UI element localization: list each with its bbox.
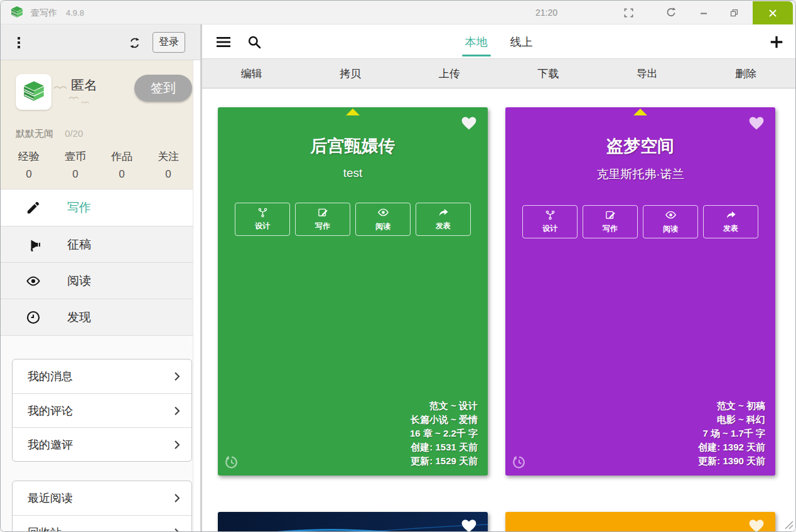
restore-icon bbox=[729, 8, 739, 18]
list-item-my-comments[interactable]: 我的评论 bbox=[13, 393, 191, 427]
sidebar-item-discover[interactable]: 发现 bbox=[1, 299, 193, 335]
design-button[interactable]: 设计 bbox=[235, 203, 290, 236]
bird-watermark-icon bbox=[68, 95, 79, 99]
tab-online[interactable]: 线上 bbox=[510, 24, 533, 59]
share-arrow-icon bbox=[438, 207, 449, 218]
publish-button[interactable]: 发表 bbox=[416, 203, 471, 236]
app-version: 4.9.8 bbox=[66, 8, 84, 18]
sidebar-topbar: 登录 bbox=[1, 24, 200, 60]
app-logo-icon bbox=[9, 5, 24, 20]
chevron-right-icon bbox=[174, 493, 180, 503]
list-item-my-messages[interactable]: 我的消息 bbox=[13, 359, 191, 393]
delete-button[interactable]: 删除 bbox=[697, 59, 796, 88]
sidebar-item-label: 征稿 bbox=[67, 237, 91, 253]
avatar-logo-icon bbox=[21, 79, 47, 105]
project-card-navy[interactable] bbox=[218, 512, 488, 532]
read-button[interactable]: 阅读 bbox=[643, 205, 698, 238]
card-title: 后宫甄嬛传 bbox=[218, 135, 488, 157]
stat-coin: 壹币 0 bbox=[52, 149, 99, 181]
close-button[interactable] bbox=[753, 1, 793, 24]
stat-experience: 经验 0 bbox=[6, 149, 52, 181]
write-button[interactable]: 写作 bbox=[583, 205, 638, 238]
close-icon bbox=[768, 9, 777, 18]
eye-icon bbox=[26, 274, 41, 289]
favorite-heart-icon[interactable] bbox=[748, 517, 766, 532]
fullscreen-button[interactable] bbox=[616, 1, 641, 24]
add-project-button[interactable] bbox=[769, 34, 787, 50]
clock-icon bbox=[26, 310, 41, 325]
upload-button[interactable]: 上传 bbox=[400, 59, 499, 88]
project-card-orange[interactable] bbox=[505, 512, 775, 532]
sort-triangle-icon bbox=[346, 109, 360, 115]
export-button[interactable]: 导出 bbox=[598, 59, 697, 88]
bird-watermark-icon bbox=[53, 84, 67, 89]
sidebar-item-label: 阅读 bbox=[67, 273, 91, 289]
reload-icon bbox=[665, 7, 677, 18]
card-grid: 后宫甄嬛传 test 设计 bbox=[202, 88, 795, 532]
tab-local[interactable]: 本地 bbox=[465, 24, 488, 59]
download-button[interactable]: 下载 bbox=[499, 59, 598, 88]
write-button[interactable]: 写作 bbox=[295, 203, 350, 236]
action-toolbar: 编辑 拷贝 上传 下载 导出 删除 bbox=[202, 59, 795, 88]
project-card-zhenhuan[interactable]: 后宫甄嬛传 test 设计 bbox=[218, 107, 488, 476]
recent-group: 最近阅读 回收站 bbox=[12, 481, 192, 532]
tab-bar: 本地 线上 bbox=[465, 24, 533, 59]
card-subtitle: 克里斯托弗·诺兰 bbox=[505, 166, 775, 183]
list-item-recycle-bin[interactable]: 回收站 bbox=[13, 515, 191, 532]
app-title: 壹写作 bbox=[31, 8, 57, 19]
restore-button[interactable] bbox=[721, 1, 746, 24]
favorite-heart-icon[interactable] bbox=[748, 114, 766, 131]
card-actions: 设计 写作 bbox=[505, 205, 775, 238]
sync-icon bbox=[129, 37, 141, 49]
history-button[interactable] bbox=[512, 454, 528, 471]
favorite-heart-icon[interactable] bbox=[460, 114, 479, 131]
read-button[interactable]: 阅读 bbox=[355, 203, 411, 236]
stat-follow: 关注 0 bbox=[145, 149, 191, 181]
rank-row: 默默无闻 0/20 bbox=[16, 128, 83, 140]
search-button[interactable] bbox=[247, 35, 264, 50]
share-arrow-icon bbox=[726, 210, 736, 220]
reload-button[interactable] bbox=[659, 1, 684, 24]
sidebar-item-reading[interactable]: 阅读 bbox=[1, 262, 193, 299]
sidebar-item-label: 发现 bbox=[67, 309, 91, 326]
minimize-icon bbox=[699, 8, 708, 17]
card-meta: 范文 ~ 设计 长篇小说 ~ 爱情 16 章 ~ 2.2千 字 创建: 1531… bbox=[410, 399, 478, 468]
sidebar-item-submissions[interactable]: 征稿 bbox=[1, 226, 193, 262]
sidebar: 登录 bbox=[1, 24, 200, 532]
megaphone-icon bbox=[26, 237, 41, 252]
minimize-button[interactable] bbox=[691, 1, 716, 24]
main-panel: 本地 线上 编辑 拷贝 上传 下载 导出 bbox=[202, 24, 795, 532]
list-item-my-invited-reviews[interactable]: 我的邀评 bbox=[13, 427, 191, 461]
sidebar-item-writing[interactable]: 写作 bbox=[1, 189, 193, 226]
favorite-heart-icon[interactable] bbox=[460, 517, 479, 532]
sync-button[interactable] bbox=[125, 33, 144, 52]
fullscreen-icon bbox=[623, 8, 634, 18]
resize-grip[interactable] bbox=[783, 519, 794, 530]
avatar[interactable] bbox=[16, 74, 51, 110]
chevron-right-icon bbox=[174, 440, 180, 450]
project-card-inception[interactable]: 盗梦空间 克里斯托弗·诺兰 设计 bbox=[505, 107, 775, 476]
card-subtitle: test bbox=[218, 166, 488, 180]
login-button[interactable]: 登录 bbox=[153, 32, 185, 53]
pencil-icon bbox=[26, 200, 41, 215]
publish-button[interactable]: 发表 bbox=[703, 205, 758, 238]
bird-watermark-icon bbox=[81, 100, 89, 104]
sidebar-scrollbar-track bbox=[193, 60, 200, 532]
clock-text: 21:20 bbox=[535, 8, 557, 18]
checkin-button[interactable]: 签到 bbox=[134, 75, 192, 102]
design-button[interactable]: 设计 bbox=[522, 205, 578, 238]
cover-art bbox=[218, 512, 488, 532]
hamburger-menu-button[interactable] bbox=[216, 35, 232, 50]
history-button[interactable] bbox=[224, 454, 240, 471]
profile-stats: 经验 0 壹币 0 作品 0 bbox=[6, 149, 191, 181]
edit-button[interactable]: 编辑 bbox=[202, 59, 301, 88]
kebab-icon bbox=[17, 36, 21, 49]
resize-grip-icon bbox=[783, 519, 794, 530]
menu-kebab-button[interactable] bbox=[9, 33, 28, 52]
copy-button[interactable]: 拷贝 bbox=[301, 59, 401, 88]
sidebar-nav: 写作 征稿 bbox=[1, 189, 193, 336]
stat-works: 作品 0 bbox=[99, 149, 145, 181]
list-item-recent-reading[interactable]: 最近阅读 bbox=[13, 481, 191, 515]
history-icon bbox=[224, 455, 239, 470]
chevron-right-icon bbox=[174, 528, 180, 532]
